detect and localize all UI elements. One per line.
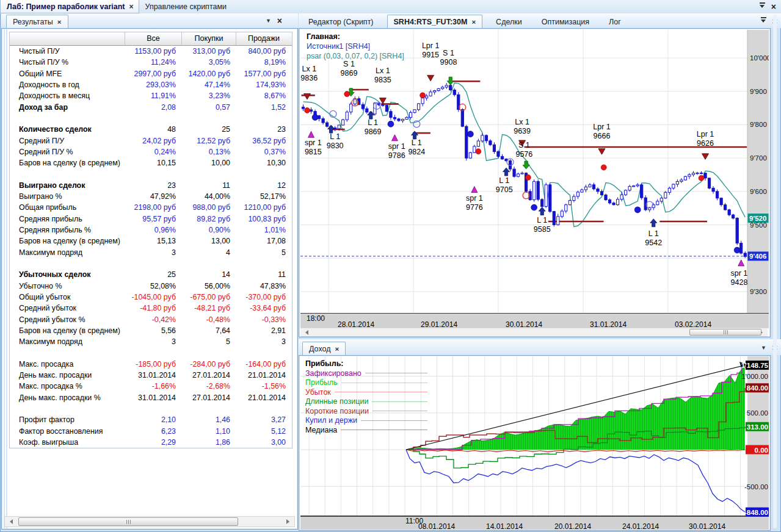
scroll-left-icon[interactable] [7,519,13,524]
table-row[interactable]: Баров на сделку (в среднем)15,1313,0017,… [10,235,292,246]
table-row[interactable]: Общая прибыль2198,00 руб988,00 руб1210,0… [10,202,292,213]
dock-menu-icon[interactable] [760,2,765,10]
row-value: 47,92% [125,191,181,202]
candlestick-chart[interactable]: 10'0009'9009'8009'7009'6009'5009'3009'52… [300,30,769,313]
row-value: 3,05% [181,57,236,68]
table-row[interactable]: Выиграно сделок231112 [10,180,292,191]
table-row[interactable]: Максимум подряд345 [10,247,292,258]
entry-dot-blue [734,247,740,253]
tab-label: Оптимизация [542,18,589,26]
tab-editor[interactable]: Редактор (Скрипт) [302,15,380,28]
trade-annotation: spr 1 [731,269,748,278]
close-icon[interactable]: × [277,17,282,24]
table-row[interactable] [10,258,292,269]
row-value: 13,00 [181,235,236,246]
table-row[interactable]: Средний П/У24,02 руб12,52 руб36,52 руб [10,135,292,146]
dock-menu-icon[interactable] [761,17,766,25]
tab-chart[interactable]: SRH4:RTS_FUT:30M × [387,15,483,28]
table-row[interactable]: Средний убыток %-0,42%-0,48%-0,33% [10,314,292,325]
table-row[interactable]: Профит фактор2,101,463,27 [10,414,292,425]
date-tick: 24.01.2014 [622,522,659,531]
chevron-down-icon[interactable]: ▼ [761,345,766,351]
table-row[interactable]: Выиграно %47,92%44,00%52,17% [10,191,292,202]
close-icon[interactable]: × [471,18,476,26]
tab-label: Результаты [13,18,53,26]
doc-tab-script-management[interactable]: Управление скриптами [139,0,232,13]
table-row[interactable]: Коэф. выигрыша2,291,863,00 [10,437,292,448]
table-row[interactable] [10,403,292,414]
row-value: 5,12 [236,426,291,437]
close-icon[interactable]: × [771,3,776,10]
doc-tab-lab[interactable]: Лаб: Пример параболик variant × [0,0,139,13]
table-row[interactable] [10,347,292,358]
trade-annotation: S 1 [443,49,454,57]
table-row[interactable]: День макс. просадки %31.01.201427.01.201… [10,392,292,403]
table-row[interactable]: Чистый П/У1153,00 руб313,00 руб840,00 ру… [10,46,292,57]
table-row[interactable] [10,168,292,179]
chevron-down-icon[interactable]: ▼ [266,18,271,24]
table-row[interactable]: Средняя прибыль95,57 руб89,82 руб100,83 … [10,214,292,225]
row-value: 25 [181,124,236,135]
row-value: 5,56 [125,325,181,336]
trade-annotation-price: 9908 [440,58,457,66]
equity-tabstrip: Доход × ▼ × [299,339,781,355]
row-value: 6,23 [125,426,181,437]
table-row[interactable]: Общий MFE2997,00 руб1420,00 руб1577,00 р… [10,68,292,79]
long-arrow-up-icon [650,219,657,227]
scroll-left-icon[interactable] [303,330,308,335]
table-row[interactable]: Баров на сделку (в среднем)10,1510,0010,… [10,157,292,168]
table-row[interactable] [10,113,292,124]
time-axis: 18:0028.01.201429.01.201430.01.201431.01… [300,313,769,328]
chart-horizontal-scrollbar[interactable] [300,328,768,337]
table-row[interactable]: Средняя прибыль %0,96%0,90%1,01% [10,225,292,235]
scrollbar-thumb[interactable] [18,517,238,526]
trade-annotation: L 1 [537,216,547,225]
tab-log[interactable]: Лог [603,15,627,28]
table-row[interactable]: Доходность в месяц11,91%3,23%8,67% [10,90,292,101]
scrollbar-thumb[interactable] [689,329,761,336]
table-row[interactable]: Убыточно %52,08%56,00%47,83% [10,281,292,292]
table-row[interactable]: Максимум подряд353 [10,336,292,347]
row-label: День макс. просадки [10,370,125,381]
close-icon[interactable]: × [335,345,340,353]
row-value: 0,90% [181,225,236,235]
results-table: Все Покупки Продажи Чистый П/У1153,00 ру… [9,32,292,448]
entry-dot-blue [312,114,318,120]
row-value: 95,57 руб [125,214,181,225]
trade-annotation: Lx 1 [302,65,316,73]
table-row[interactable]: Убыточных сделок251411 [10,269,292,280]
tab-optimization[interactable]: Оптимизация [536,15,595,28]
table-row[interactable]: Чистый П/У %11,24%3,05%8,19% [10,57,292,68]
row-value: -48,21 руб [181,303,236,314]
tab-trades[interactable]: Сделки [490,15,528,28]
equity-chart[interactable]: 1'148.751'000.00840.00500.00313.000.00-5… [300,356,769,517]
tab-equity[interactable]: Доход × [302,342,346,355]
row-value: 56,00% [181,281,236,292]
table-row[interactable]: Средний П/У %0,24%0,13%0,37% [10,146,292,157]
table-row[interactable]: День макс. просадки31.01.201427.01.20142… [10,370,292,381]
row-value: 15,13 [125,235,181,246]
table-row[interactable]: Макс. просадка-185,00 руб-284,00 руб-164… [10,359,292,370]
row-value: 0,96% [125,225,181,235]
horizontal-scrollbar[interactable] [4,516,295,527]
table-body: Чистый П/У1153,00 руб313,00 руб840,00 ру… [10,46,292,448]
table-row[interactable]: Макс. просадка %-1,66%-2,68%-1,56% [10,381,292,392]
row-label: День макс. просадки % [10,392,125,403]
table-row[interactable]: Количество сделок482523 [10,124,292,135]
row-value: 840,00 руб [236,46,291,57]
close-icon[interactable]: × [129,2,133,11]
table-row[interactable]: Общий убыток-1045,00 руб-675,00 руб-370,… [10,292,292,303]
close-icon[interactable]: × [57,18,62,26]
scroll-right-icon[interactable] [286,519,292,524]
tab-results[interactable]: Результаты × [6,15,68,28]
row-label: Профит фактор [10,414,125,425]
table-row[interactable]: Доход за бар2,080,571,52 [10,102,292,113]
table-row[interactable]: Баров на сделку (в среднем)5,567,642,91 [10,325,292,336]
row-value: -41,80 руб [125,303,181,314]
date-tick: 20.01.2014 [554,522,591,531]
table-row[interactable]: Доходность в год293,03%47,14%174,93% [10,79,292,90]
row-value: 10,00 [181,157,236,168]
table-row[interactable]: Фактор восстановления6,231,105,12 [10,426,292,437]
table-row[interactable]: Средний убыток-41,80 руб-48,21 руб-33,64… [10,303,292,314]
row-value: 89,82 руб [181,214,236,225]
